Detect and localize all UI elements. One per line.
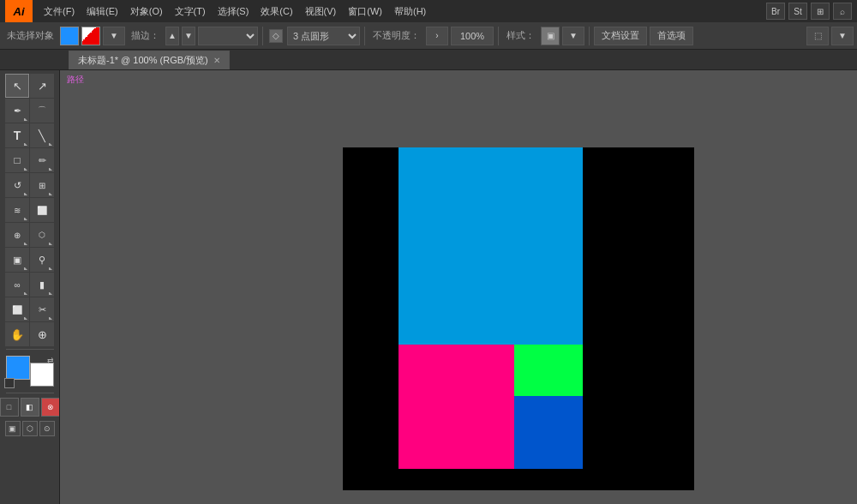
direct-select-tool-btn[interactable]: ↗	[30, 74, 54, 98]
menu-bar: 文件(F) 编辑(E) 对象(O) 文字(T) 选择(S) 效果(C) 视图(V…	[38, 3, 761, 20]
fill-swatch[interactable]	[60, 27, 79, 45]
shape-pink[interactable]	[399, 345, 514, 469]
menu-select[interactable]: 选择(S)	[212, 3, 255, 20]
sep2	[364, 27, 365, 45]
stroke-swatch[interactable]	[81, 27, 100, 45]
menu-object[interactable]: 对象(O)	[124, 3, 169, 20]
screen-mode-3-btn[interactable]: ⊙	[39, 421, 55, 436]
stroke-label: 描边：	[128, 29, 163, 42]
tool-row-11: ✋ ⊕	[5, 322, 54, 346]
tool-row-7: ⊕ ⬡	[5, 223, 54, 247]
perspective-tool-btn[interactable]: ⬡	[30, 223, 54, 247]
artboard	[343, 147, 694, 490]
opacity-label: 不透明度：	[369, 29, 423, 42]
paintbrush-tool-btn[interactable]: ✏	[30, 148, 54, 172]
grid-btn[interactable]: ⊞	[811, 3, 830, 20]
menu-window[interactable]: 窗口(W)	[342, 3, 388, 20]
style-swatch[interactable]: ▣	[541, 27, 560, 45]
pen-tool-btn[interactable]: ✒	[5, 99, 29, 123]
preferences-btn[interactable]: 首选项	[650, 27, 693, 45]
corner-icon: ◇	[269, 29, 283, 43]
stroke-down-btn[interactable]: ▼	[182, 27, 195, 45]
tool-row-3: T ╲	[5, 123, 54, 147]
doc-settings-btn[interactable]: 文档设置	[594, 27, 647, 45]
document-tab[interactable]: 未标题-1* @ 100% (RGB/预览) ✕	[69, 51, 230, 69]
swap-colors-icon[interactable]: ⇄	[47, 356, 54, 364]
arrange-btn[interactable]: ⬚	[806, 27, 829, 45]
search-btn[interactable]: ⌕	[833, 3, 852, 20]
foreground-color-swatch[interactable]	[6, 356, 30, 380]
title-icons: Br St ⊞ ⌕	[766, 3, 852, 20]
rotate-tool-btn[interactable]: ↺	[5, 173, 29, 197]
screen-mode-1-btn[interactable]: ▣	[5, 421, 21, 436]
titlebar: Ai 文件(F) 编辑(E) 对象(O) 文字(T) 选择(S) 效果(C) 视…	[0, 0, 857, 22]
style-options-btn[interactable]: ▼	[562, 27, 584, 45]
tool-row-10: ⬜ ✂	[5, 297, 54, 321]
menu-effect[interactable]: 效果(C)	[255, 3, 298, 20]
shape-blue-bottom[interactable]	[514, 396, 583, 469]
tool-row-2: ✒ ⌒	[5, 99, 54, 123]
stroke-options-btn[interactable]: ▼	[103, 27, 125, 45]
selection-label: 未选择对象	[3, 29, 57, 42]
chart-tool-btn[interactable]: ▮	[30, 273, 54, 297]
opacity-icon: ›	[426, 27, 448, 45]
menu-file[interactable]: 文件(F)	[38, 3, 81, 20]
drawing-mode-row: □ ◧ ⊗	[0, 398, 60, 417]
artboard-tool-btn[interactable]: ⬜	[5, 297, 29, 321]
type-tool-btn[interactable]: T	[5, 123, 29, 147]
hand-tool-btn[interactable]: ✋	[5, 322, 29, 346]
tool-row-5: ↺ ⊞	[5, 173, 54, 197]
menu-help[interactable]: 帮助(H)	[388, 3, 432, 20]
free-transform-tool-btn[interactable]: ⬜	[30, 198, 54, 222]
bridge-btn[interactable]: Br	[766, 3, 785, 20]
tabbar: 未标题-1* @ 100% (RGB/预览) ✕	[0, 50, 857, 70]
tab-close-btn[interactable]: ✕	[213, 56, 220, 65]
stroke-select[interactable]	[198, 27, 258, 45]
curvature-tool-btn[interactable]: ⌒	[30, 99, 54, 123]
sep4	[589, 27, 590, 45]
shape-select[interactable]: 3 点圆形	[287, 27, 360, 45]
opacity-input[interactable]	[451, 27, 494, 45]
select-tool-btn[interactable]: ↖	[5, 74, 29, 98]
background-color-swatch[interactable]	[30, 363, 54, 387]
sep3	[498, 27, 499, 45]
canvas-area[interactable]: 路径	[60, 70, 857, 504]
tool-row-6: ≋ ⬜	[5, 198, 54, 222]
tool-row-1: ↖ ↗	[5, 74, 54, 98]
zoom-tool-btn[interactable]: ⊕	[30, 322, 54, 346]
ai-logo: Ai	[5, 0, 33, 22]
more-btn[interactable]: ▼	[831, 27, 854, 45]
screen-mode-row: ▣ ⬡ ⊙	[5, 421, 55, 436]
rect-tool-btn[interactable]: □	[5, 148, 29, 172]
gradient-tool-btn[interactable]: ▣	[5, 248, 29, 272]
shape-green[interactable]	[514, 345, 583, 396]
stroke-up-btn[interactable]: ▲	[165, 27, 179, 45]
menu-edit[interactable]: 编辑(E)	[81, 3, 124, 20]
slice-tool-btn[interactable]: ✂	[30, 297, 54, 321]
line-tool-btn[interactable]: ╲	[30, 123, 54, 147]
tab-label: 未标题-1* @ 100% (RGB/预览)	[78, 54, 208, 67]
tools-panel: ↖ ↗ ✒ ⌒ T ╲ □ ✏ ↺ ⊞ ≋ ⬜ ⊕ ⬡ ▣ ⚲	[0, 70, 60, 504]
stock-btn[interactable]: St	[788, 3, 807, 20]
menu-text[interactable]: 文字(T)	[169, 3, 212, 20]
tool-row-8: ▣ ⚲	[5, 248, 54, 272]
behind-mode-btn[interactable]: ◧	[21, 398, 39, 417]
shape-builder-tool-btn[interactable]: ⊕	[5, 223, 29, 247]
inside-mode-btn[interactable]: ⊗	[41, 398, 60, 417]
style-label: 样式：	[503, 29, 538, 42]
tool-row-9: ∞ ▮	[5, 273, 54, 297]
blend-tool-btn[interactable]: ∞	[5, 273, 29, 297]
toolbar: 未选择对象 ▼ 描边： ▲ ▼ ◇ 3 点圆形 不透明度： › 样式： ▣ ▼ …	[0, 22, 857, 50]
normal-mode-btn[interactable]: □	[0, 398, 19, 417]
warp-tool-btn[interactable]: ≋	[5, 198, 29, 222]
default-colors-icon[interactable]	[4, 378, 15, 388]
tool-sep-1	[6, 349, 54, 350]
color-swatches: ⇄	[6, 356, 54, 387]
eyedropper-tool-btn[interactable]: ⚲	[30, 248, 54, 272]
main-area: ↖ ↗ ✒ ⌒ T ╲ □ ✏ ↺ ⊞ ≋ ⬜ ⊕ ⬡ ▣ ⚲	[0, 70, 857, 504]
shape-blue-top	[399, 147, 583, 345]
menu-view[interactable]: 视图(V)	[299, 3, 343, 20]
screen-mode-2-btn[interactable]: ⬡	[22, 421, 38, 436]
sep1	[262, 27, 263, 45]
scale-tool-btn[interactable]: ⊞	[30, 173, 54, 197]
